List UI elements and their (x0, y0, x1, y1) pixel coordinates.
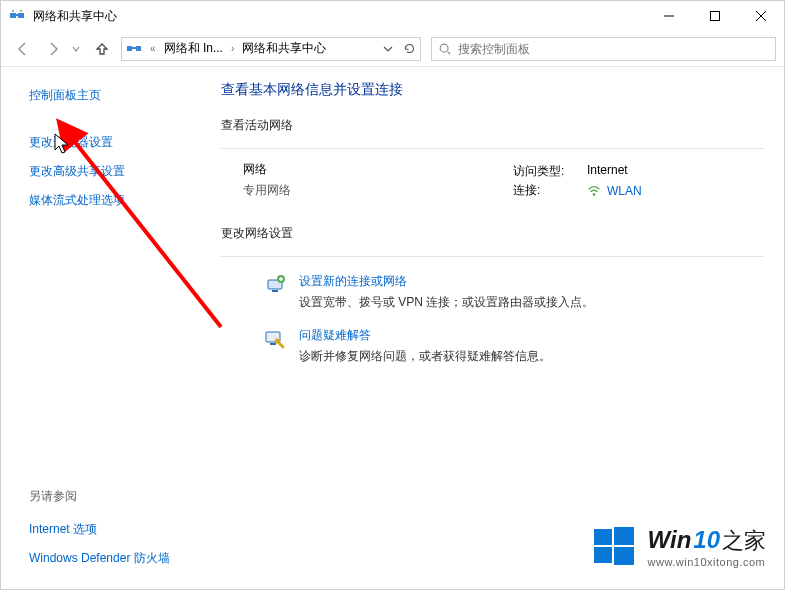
svg-point-22 (275, 339, 280, 344)
control-panel-home-link[interactable]: 控制面板主页 (29, 87, 201, 104)
titlebar: 网络和共享中心 (1, 1, 784, 31)
connection-link[interactable]: WLAN (587, 182, 642, 199)
forward-button[interactable] (39, 35, 67, 63)
search-input[interactable] (458, 42, 769, 56)
see-also-internet-options[interactable]: Internet 选项 (29, 521, 201, 538)
svg-rect-1 (18, 13, 24, 18)
svg-rect-10 (136, 46, 141, 51)
connection-label: 连接: (513, 182, 569, 199)
address-bar[interactable]: « 网络和 In... › 网络和共享中心 (121, 37, 421, 61)
new-connection-icon (263, 273, 287, 297)
svg-point-12 (440, 44, 448, 52)
active-networks-header: 查看活动网络 (221, 117, 764, 134)
toolbar: « 网络和 In... › 网络和共享中心 (1, 31, 784, 67)
breadcrumb-root[interactable]: « (146, 43, 160, 54)
divider (221, 148, 764, 149)
minimize-button[interactable] (646, 1, 692, 31)
svg-rect-6 (711, 12, 720, 21)
sidebar-link-adapter-settings[interactable]: 更改适配器设置 (29, 134, 201, 151)
access-type-value: Internet (587, 163, 628, 180)
change-settings-header: 更改网络设置 (221, 225, 764, 242)
up-button[interactable] (89, 36, 115, 62)
svg-rect-21 (270, 343, 276, 345)
access-type-label: 访问类型: (513, 163, 569, 180)
see-also-defender-firewall[interactable]: Windows Defender 防火墙 (29, 550, 201, 567)
maximize-button[interactable] (692, 1, 738, 31)
divider (221, 256, 764, 257)
setup-new-connection-link[interactable]: 设置新的连接或网络 (299, 273, 594, 290)
content-area: 查看基本网络信息并设置连接 查看活动网络 网络 专用网络 访问类型: Inter… (201, 67, 784, 589)
search-box[interactable] (431, 37, 776, 61)
breadcrumb-item-2[interactable]: 网络和共享中心 (242, 40, 326, 57)
breadcrumb-label-1: 网络和 In... (164, 40, 223, 57)
sidebar: 控制面板主页 更改适配器设置 更改高级共享设置 媒体流式处理选项 另请参阅 In… (1, 67, 201, 589)
sidebar-link-advanced-sharing[interactable]: 更改高级共享设置 (29, 163, 201, 180)
see-also-label: 另请参阅 (29, 488, 201, 505)
svg-rect-0 (10, 13, 16, 18)
troubleshoot-link[interactable]: 问题疑难解答 (299, 327, 551, 344)
control-panel-icon (126, 41, 142, 57)
back-button[interactable] (9, 35, 37, 63)
address-dropdown-icon[interactable] (383, 44, 393, 54)
refresh-icon[interactable] (403, 42, 416, 55)
svg-point-3 (12, 10, 14, 12)
breadcrumb-label-2: 网络和共享中心 (242, 40, 326, 57)
wifi-icon (587, 184, 601, 198)
setup-new-connection-desc: 设置宽带、拨号或 VPN 连接；或设置路由器或接入点。 (299, 294, 594, 311)
svg-point-14 (593, 193, 596, 196)
troubleshoot-icon (263, 327, 287, 351)
svg-point-4 (20, 10, 22, 12)
svg-line-13 (448, 51, 451, 54)
connection-value: WLAN (607, 184, 642, 198)
close-button[interactable] (738, 1, 784, 31)
window-title: 网络和共享中心 (33, 8, 646, 25)
history-dropdown[interactable] (69, 35, 83, 63)
network-name: 网络 (243, 161, 513, 178)
svg-rect-9 (127, 46, 132, 51)
troubleshoot-desc: 诊断并修复网络问题，或者获得疑难解答信息。 (299, 348, 551, 365)
app-icon (9, 8, 25, 24)
chevron-right-icon[interactable]: › (227, 43, 238, 54)
page-heading: 查看基本网络信息并设置连接 (221, 81, 764, 99)
sidebar-link-media-streaming[interactable]: 媒体流式处理选项 (29, 192, 201, 209)
search-icon (438, 42, 452, 56)
svg-rect-16 (272, 290, 278, 292)
breadcrumb-item-1[interactable]: 网络和 In... (164, 40, 223, 57)
window-controls (646, 1, 784, 31)
network-type: 专用网络 (243, 182, 513, 199)
